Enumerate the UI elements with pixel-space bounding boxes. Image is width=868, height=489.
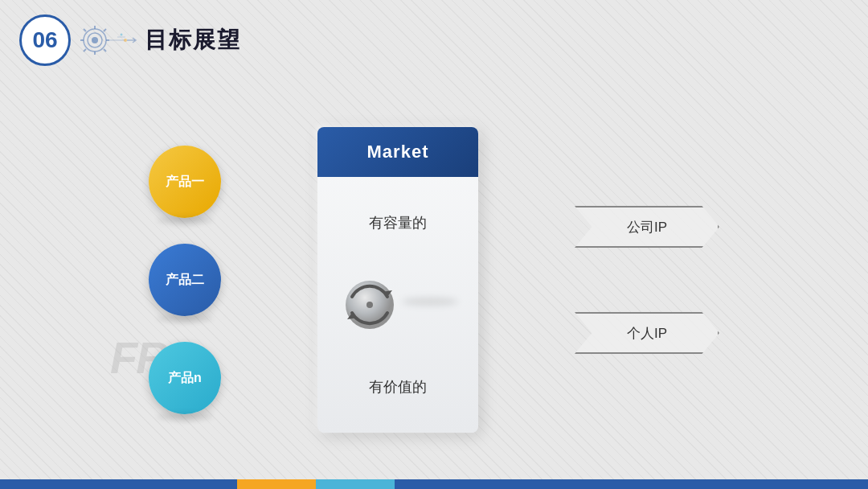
market-text-top: 有容量的 [369,213,427,232]
page-title: 目标展望 [145,25,241,55]
market-card-body: 有容量的 [317,177,478,433]
bottom-bar-seg3 [316,479,395,489]
ip-personal-label: 个人IP [575,312,719,354]
bottom-bar-seg1 [0,479,237,489]
svg-line-9 [104,29,106,31]
product-circle-2: 产品二 [149,244,221,316]
market-card: Market 有容量的 [317,127,478,433]
product-3-label: 产品n [168,370,202,387]
ip-personal-text: 个人IP [627,324,667,343]
svg-point-13 [124,39,127,42]
header: 06 目标展望 [19,14,241,66]
products-column: 产品一 产品二 产品n [149,146,221,414]
header-icon-area [77,23,141,58]
svg-point-2 [92,37,98,43]
cycle-refresh-icon [338,273,402,337]
bottom-bar-seg2 [237,479,316,489]
market-text-bottom: 有价值的 [369,377,427,397]
product-2-label: 产品二 [166,272,204,289]
ip-company-text: 公司IP [627,218,667,236]
cycle-icon-wrapper [338,273,458,337]
ip-company-label: 公司IP [575,206,719,248]
slide-number: 06 [19,14,71,66]
market-card-header: Market [317,127,478,177]
bottom-bar [0,479,868,489]
svg-point-14 [121,34,123,36]
product-1-label: 产品一 [166,174,204,191]
main-content: 产品一 产品二 产品n Market 有容量的 [0,80,868,479]
svg-point-19 [366,302,373,308]
tech-decoration-icon [77,23,141,58]
product-circle-3: 产品n [149,342,221,414]
product-circle-1: 产品一 [149,146,221,218]
svg-line-8 [104,49,106,51]
svg-line-7 [84,29,86,31]
svg-line-10 [84,49,86,51]
ip-column: 公司IP 个人IP [575,206,719,354]
bottom-bar-seg4 [395,479,868,489]
cycle-shadow [402,298,458,306]
